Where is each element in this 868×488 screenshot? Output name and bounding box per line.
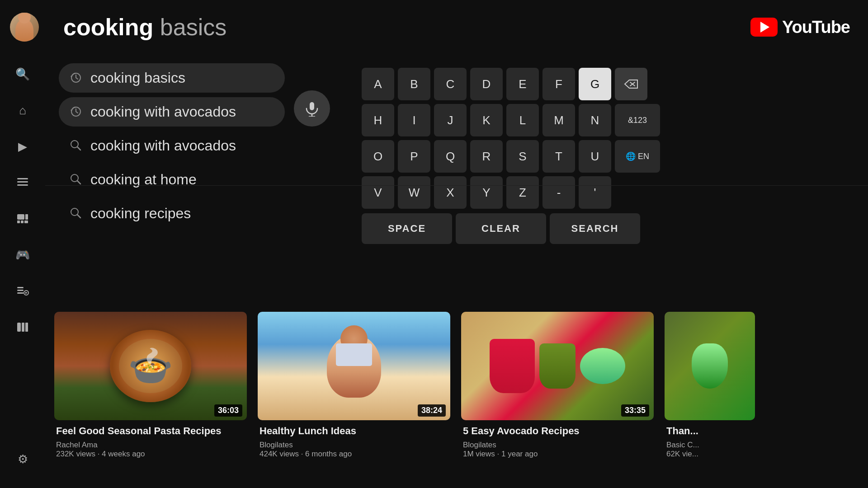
- suggestion-item[interactable]: cooking with avocados: [59, 97, 285, 127]
- suggestion-text: cooking with avocados: [90, 103, 236, 120]
- video-views: 424K views: [259, 450, 299, 458]
- keyboard-row-3: O P Q R S T U 🌐 EN: [362, 140, 660, 173]
- key-t[interactable]: T: [542, 140, 575, 173]
- video-duration: 33:35: [621, 404, 649, 417]
- key-b[interactable]: B: [398, 68, 430, 100]
- svg-marker-12: [25, 292, 28, 294]
- video-channel: Basic C...: [666, 441, 699, 449]
- key-w[interactable]: W: [398, 176, 430, 209]
- svg-rect-15: [25, 323, 28, 332]
- key-x[interactable]: X: [434, 176, 467, 209]
- video-card[interactable]: Than... Basic C... 62K vie...: [665, 312, 755, 488]
- video-info: Healthy Lunch Ideas Blogilates 424K view…: [258, 420, 450, 459]
- video-time: 1 year ago: [501, 450, 538, 458]
- video-info: Than... Basic C... 62K vie...: [665, 420, 755, 459]
- video-card[interactable]: 38:24 Healthy Lunch Ideas Blogilates 424…: [258, 312, 450, 488]
- key-f[interactable]: F: [542, 68, 575, 100]
- video-duration: 38:24: [418, 404, 446, 417]
- voice-mic-button[interactable]: [294, 90, 330, 127]
- key-p[interactable]: P: [398, 140, 430, 173]
- key-c[interactable]: C: [434, 68, 467, 100]
- key-n[interactable]: N: [579, 104, 611, 136]
- home-icon[interactable]: ⌂: [12, 99, 33, 121]
- key-a[interactable]: A: [362, 68, 394, 100]
- svg-rect-4: [25, 214, 28, 220]
- key-language[interactable]: 🌐 EN: [615, 140, 660, 173]
- key-m[interactable]: M: [542, 104, 575, 136]
- chapters-icon[interactable]: [12, 172, 33, 193]
- key-g[interactable]: G: [579, 68, 611, 100]
- svg-rect-3: [17, 214, 24, 220]
- history-icon: [70, 71, 83, 85]
- key-apostrophe[interactable]: ': [579, 176, 611, 209]
- svg-rect-6: [21, 221, 24, 223]
- suggestion-item[interactable]: cooking with avocados: [59, 131, 285, 160]
- search-suggest-icon: [70, 173, 83, 187]
- settings-icon[interactable]: ⚙: [12, 448, 33, 470]
- key-o[interactable]: O: [362, 140, 394, 173]
- video-thumbnail: 36:03: [54, 312, 247, 420]
- video-duration: 36:03: [214, 404, 242, 417]
- keyboard-row-1: A B C D E F G: [362, 68, 660, 100]
- key-numbers[interactable]: &123: [615, 104, 660, 136]
- key-z[interactable]: Z: [506, 176, 539, 209]
- key-l[interactable]: L: [506, 104, 539, 136]
- search-suggest-icon: [70, 207, 83, 221]
- svg-rect-9: [17, 290, 24, 291]
- gaming-icon[interactable]: 🎮: [12, 244, 33, 266]
- search-key[interactable]: SEARCH: [550, 213, 640, 244]
- video-time: 4 weeks ago: [102, 450, 145, 458]
- youtube-icon[interactable]: ▶: [12, 136, 33, 157]
- search-icon[interactable]: 🔍: [12, 63, 33, 85]
- key-d[interactable]: D: [470, 68, 503, 100]
- key-i[interactable]: I: [398, 104, 430, 136]
- svg-line-25: [77, 215, 80, 218]
- svg-line-23: [77, 181, 80, 184]
- video-views: 232K views: [56, 450, 95, 458]
- svg-rect-5: [17, 221, 20, 223]
- space-key[interactable]: SPACE: [362, 213, 452, 244]
- key-u[interactable]: U: [579, 140, 611, 173]
- youtube-icon-red: [750, 18, 778, 37]
- video-info: 5 Easy Avocado Recipes Blogilates 1M vie…: [461, 420, 654, 459]
- sidebar: 🔍 ⌂ ▶ 🎮 ⚙: [0, 0, 45, 488]
- video-channel: Rachel Ama: [56, 441, 98, 449]
- video-channel: Blogilates: [259, 441, 293, 449]
- key-s[interactable]: S: [506, 140, 539, 173]
- key-e[interactable]: E: [506, 68, 539, 100]
- key-k[interactable]: K: [470, 104, 503, 136]
- video-card[interactable]: 36:03 Feel Good Seasonal Pasta Recipes R…: [54, 312, 247, 488]
- video-card[interactable]: 33:35 5 Easy Avocado Recipes Blogilates …: [461, 312, 654, 488]
- suggestion-text: cooking basics: [90, 70, 185, 86]
- page-title: cooking basics: [63, 14, 226, 41]
- youtube-logo: YouTube: [750, 18, 850, 37]
- header: cooking basics YouTube: [45, 0, 868, 54]
- video-title: Than...: [666, 425, 753, 438]
- subscriptions-icon[interactable]: [12, 208, 33, 230]
- key-j[interactable]: J: [434, 104, 467, 136]
- video-meta: Blogilates 1M views · 1 year ago: [463, 441, 652, 459]
- svg-rect-13: [17, 323, 21, 332]
- key-y[interactable]: Y: [470, 176, 503, 209]
- backspace-key[interactable]: [615, 68, 647, 100]
- key-dash[interactable]: -: [542, 176, 575, 209]
- key-r[interactable]: R: [470, 140, 503, 173]
- keyboard-bottom-row: SPACE CLEAR SEARCH: [362, 213, 660, 244]
- library-icon[interactable]: [12, 316, 33, 338]
- video-meta: Rachel Ama 232K views · 4 weeks ago: [56, 441, 245, 459]
- suggestion-item[interactable]: cooking basics: [59, 63, 285, 93]
- queue-icon[interactable]: [12, 280, 33, 302]
- suggestion-text: cooking with avocados: [90, 137, 236, 154]
- key-v[interactable]: V: [362, 176, 394, 209]
- history-icon: [70, 105, 83, 119]
- suggestion-text: cooking recipes: [90, 205, 191, 222]
- key-h[interactable]: H: [362, 104, 394, 136]
- suggestion-item[interactable]: cooking at home: [59, 165, 285, 194]
- avatar: [10, 13, 39, 42]
- search-suggest-icon: [70, 139, 83, 153]
- clear-key[interactable]: CLEAR: [456, 213, 546, 244]
- video-thumbnail: [665, 312, 755, 420]
- video-views: 1M views: [463, 450, 495, 458]
- suggestion-item[interactable]: cooking recipes: [59, 199, 285, 228]
- key-q[interactable]: Q: [434, 140, 467, 173]
